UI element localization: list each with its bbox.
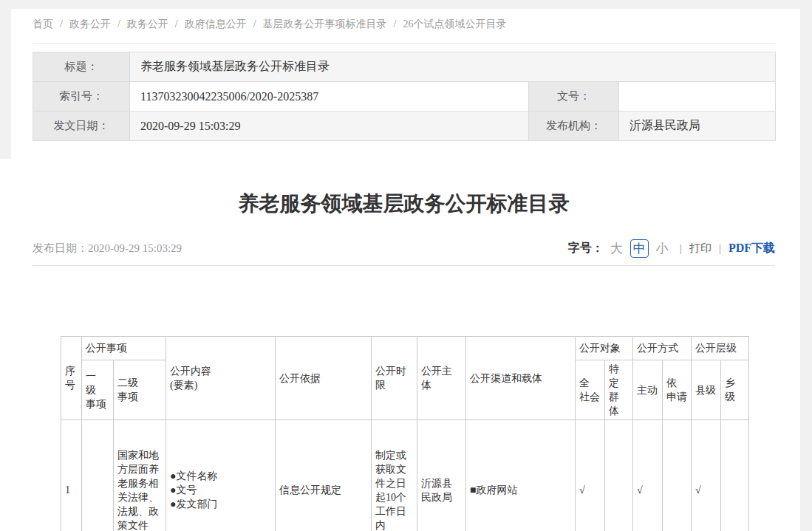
publish-date: 发布日期：2020-09-29 15:03:29	[33, 241, 182, 256]
cell-disclosure-content: ●文件名称 ●文号 ●发文部门	[166, 420, 276, 531]
breadcrumb-separator: /	[117, 18, 120, 30]
breadcrumb-separator: /	[175, 18, 178, 30]
col-header-disclosure-audience: 公开对象	[576, 337, 633, 360]
page-background-left	[0, 9, 11, 159]
publish-date-label: 发布日期：	[33, 242, 88, 254]
meta-row-index: 索引号： 113703230042235006/2020-2025387 文号：	[33, 82, 776, 112]
breadcrumb-item-standard-catalog[interactable]: 基层政务公开事项标准目录	[263, 18, 387, 30]
cell-specific-group-check	[605, 420, 633, 531]
cell-county-level-check: √	[692, 420, 721, 531]
font-size-large-button[interactable]: 大	[610, 240, 623, 257]
meta-title-label: 标题：	[33, 52, 130, 82]
controls-separator: |	[719, 242, 721, 255]
print-button[interactable]: 打印	[689, 241, 712, 256]
cell-level1-item	[82, 420, 114, 531]
page-title: 养老服务领域基层政务公开标准目录	[33, 191, 775, 217]
font-size-label: 字号：	[568, 241, 604, 256]
breadcrumb-separator: /	[394, 18, 397, 30]
page-background-right	[800, 0, 812, 531]
meta-index-value: 113703230042235006/2020-2025387	[130, 82, 529, 112]
col-header-disclosure-basis: 公开依据	[276, 337, 372, 420]
meta-agency-label: 发布机构：	[529, 112, 619, 141]
col-header-time-limit: 公开时限	[372, 337, 417, 420]
controls-separator: |	[680, 242, 682, 255]
meta-agency-value: 沂源县民政局	[619, 112, 776, 141]
cell-channels-carriers: ■政府网站	[466, 420, 576, 531]
document-meta-table: 标题： 养老服务领域基层政务公开标准目录 索引号： 11370323004223…	[33, 52, 776, 141]
article-info-bar: 发布日期：2020-09-29 15:03:29 字号： 大 中 小 | 打印 …	[33, 232, 775, 266]
col-header-on-request: 依 申请	[663, 360, 692, 420]
col-header-level2-item: 二级 事项	[114, 360, 166, 420]
col-header-level1-item: 一 级 事项	[82, 360, 114, 420]
meta-row-title: 标题： 养老服务领域基层政务公开标准目录	[33, 52, 776, 82]
col-header-county-level: 县级	[692, 360, 721, 420]
cell-serial-number: 1	[61, 420, 82, 531]
cell-proactive-check: √	[633, 420, 663, 531]
breadcrumb-item-pilot-catalog-current: 26个试点领域公开目录	[403, 18, 506, 30]
page-background-top	[0, 0, 812, 9]
col-header-disclosure-subject: 公开主体	[417, 337, 466, 420]
font-size-small-button[interactable]: 小	[656, 240, 669, 257]
meta-row-date: 发文日期： 2020-09-29 15:03:29 发布机构： 沂源县民政局	[33, 112, 776, 141]
cell-level2-item: 国家和地方层面养老服务相关法律、法规、政策文件	[114, 420, 166, 531]
table-row: 1 国家和地方层面养老服务相关法律、法规、政策文件 ●文件名称 ●文号 ●发文部…	[61, 420, 749, 531]
meta-date-value: 2020-09-29 15:03:29	[130, 112, 529, 141]
cell-on-request-check	[663, 420, 692, 531]
page: 首页/政务公开/政务公开/政府信息公开/基层政务公开事项标准目录/26个试点领域…	[0, 0, 812, 531]
cell-time-limit: 制定或获取文件之日起10个工作日内	[372, 420, 417, 531]
meta-title-value: 养老服务领域基层政务公开标准目录	[130, 52, 776, 82]
table-header-row-1: 序号 公开事项 公开内容 (要素) 公开依据 公开时限 公开主体 公开渠道和载体…	[61, 337, 749, 360]
col-header-township-level: 乡级	[721, 360, 749, 420]
font-size-medium-button[interactable]: 中	[630, 239, 649, 258]
breadcrumb-item-home[interactable]: 首页	[33, 18, 53, 30]
meta-docnum-label: 文号：	[529, 82, 619, 112]
cell-disclosure-basis: 信息公开规定	[276, 420, 372, 531]
breadcrumb-item-gov-info-disclosure[interactable]: 政府信息公开	[185, 18, 247, 30]
publish-date-value: 2020-09-29 15:03:29	[88, 242, 182, 254]
col-header-proactive: 主动	[633, 360, 663, 420]
cell-disclosure-subject: 沂源县民政局	[417, 420, 466, 531]
breadcrumb-item-gov-affairs-2[interactable]: 政务公开	[127, 18, 168, 30]
meta-docnum-value	[619, 82, 776, 112]
catalog-table: 序号 公开事项 公开内容 (要素) 公开依据 公开时限 公开主体 公开渠道和载体…	[61, 336, 749, 531]
breadcrumb-separator: /	[60, 18, 63, 30]
meta-index-label: 索引号：	[33, 82, 130, 112]
breadcrumb: 首页/政务公开/政务公开/政府信息公开/基层政务公开事项标准目录/26个试点领域…	[33, 18, 775, 44]
col-header-channels-carriers: 公开渠道和载体	[466, 337, 576, 420]
col-header-disclosure-method: 公开方式	[633, 337, 692, 360]
meta-date-label: 发文日期：	[33, 112, 130, 141]
breadcrumb-item-gov-affairs[interactable]: 政务公开	[69, 18, 111, 30]
article-controls: 字号： 大 中 小 | 打印 | PDF下载	[568, 239, 775, 258]
col-header-serial-number: 序号	[61, 337, 82, 420]
breadcrumb-separator: /	[253, 18, 256, 30]
col-header-disclosure-level: 公开层级	[692, 337, 749, 360]
pdf-download-button[interactable]: PDF下载	[729, 241, 775, 256]
cell-township-level-check	[721, 420, 749, 531]
col-header-specific-group: 特定 群体	[605, 360, 633, 420]
col-header-disclosure-content: 公开内容 (要素)	[166, 337, 276, 420]
col-header-disclosure-items: 公开事项	[82, 337, 166, 360]
cell-all-society-check: √	[576, 420, 605, 531]
col-header-all-society: 全 社会	[576, 360, 605, 420]
